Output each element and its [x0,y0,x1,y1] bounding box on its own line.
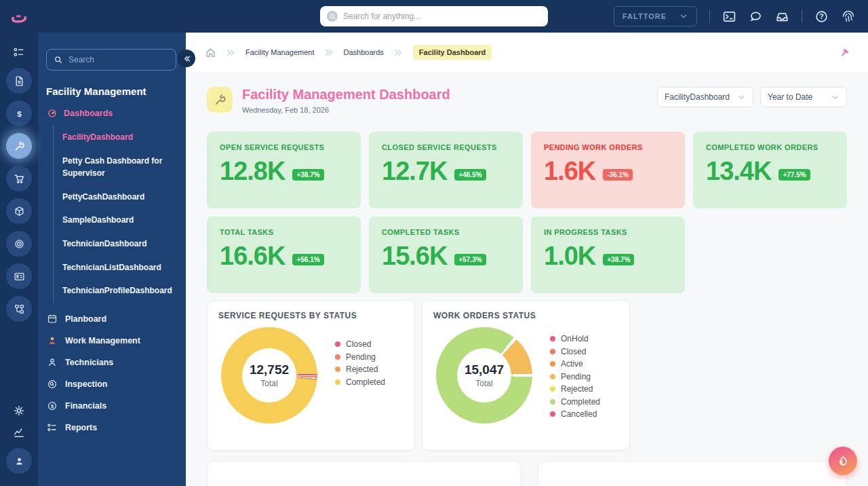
module-title: Facility Management [46,86,186,97]
kpi-delta-badge: -36.1% [603,169,633,181]
legend-item[interactable]: Rejected [335,363,385,376]
chevron-down-icon [831,93,840,102]
sidebar-item-dashboards[interactable]: Dashboards [47,108,186,119]
kpi-value: 16.6K [220,242,285,271]
legend-item[interactable]: Closed [335,338,385,351]
sidebar-item-reports[interactable]: Reports [47,417,186,438]
idcard-module-icon[interactable] [6,263,32,289]
sidebar-collapse-button[interactable] [178,50,195,67]
tasks-list-icon[interactable] [13,46,25,58]
donut-chart[interactable]: 12,752 Total [221,327,317,424]
sidebar-item-technicianprofile-dashboard[interactable]: TechnicianProfileDashboard [62,279,186,303]
bottom-card [207,461,521,486]
breadcrumb-current[interactable]: Facility Dashboard [413,45,492,60]
legend-item[interactable]: Completed [550,396,600,409]
search-icon [327,11,338,22]
kpi-delta-badge: +77.5% [778,169,810,181]
legend-item[interactable]: Cancelled [550,408,600,421]
pin-hammer-icon[interactable] [839,47,850,58]
sidebar-item-financials[interactable]: Financials [47,395,186,417]
help-icon[interactable] [814,10,829,24]
chevron-down-icon [679,12,688,21]
sidebar-item-petty-cash-supervisor[interactable]: Petty Cash Dashboard for Supervisor [62,149,186,185]
legend-item[interactable]: OnHold [550,333,600,345]
global-search-input[interactable] [343,12,541,21]
dashboard-select[interactable]: FacilityDashboard [657,87,753,107]
chart-legend: Closed Pending Rejected Completed [335,338,385,424]
donut-total: 15,047 [465,362,504,377]
sidebar-item-work-management[interactable]: Work Management [47,330,186,352]
kpi-completed-tasks[interactable]: COMPLETED TASKS 15.6K+57.3% [369,217,523,293]
target-module-icon[interactable] [6,231,32,257]
analytics-trend-icon[interactable] [13,426,25,438]
app-logo[interactable]: ت [0,0,38,33]
kpi-completed-work-orders[interactable]: COMPLETED WORK ORDERS 13.4K+77.5% [693,132,847,208]
home-icon[interactable] [205,47,216,58]
flame-icon [837,455,850,468]
fingerprint-icon[interactable] [841,9,856,24]
chat-icon[interactable] [749,10,763,24]
breadcrumb-item-dashboards[interactable]: Dashboards [344,48,384,56]
kpi-pending-work-orders[interactable]: PENDING WORK ORDERS 1.6K-36.1% [531,132,685,208]
legend-item[interactable]: Closed [550,345,600,358]
legend-dot [550,411,555,417]
sidebar-item-technician-dashboard[interactable]: TechnicianDashboard [62,232,186,256]
worker-icon [47,335,58,346]
procurement-module-icon[interactable] [6,166,32,191]
chart-title: SERVICE REQUESTS BY STATUS [218,311,403,320]
donut-chart[interactable]: 15,047 Total [436,327,532,424]
sidebar: Facility Management Dashboards FacilityD… [38,33,186,486]
breadcrumb-item-facility-management[interactable]: Facility Management [245,48,315,56]
sidebar-item-planboard[interactable]: Planboard [47,308,186,330]
sidebar-item-technicianlist-dashboard[interactable]: TechnicianListDashboard [62,256,186,280]
sidebar-item-facility-dashboard[interactable]: FacilityDashboard [62,126,186,149]
inspection-magnifier-icon [47,379,58,390]
facility-module-icon[interactable] [6,133,32,159]
org-selector[interactable]: FALTTORE [614,6,697,26]
floating-action-button[interactable] [829,447,857,475]
legend-dot [550,374,555,379]
sidebar-search[interactable] [46,49,176,71]
global-search[interactable] [320,6,548,26]
chevron-right-icon [393,48,403,58]
kpi-total-tasks[interactable]: TOTAL TASKS 16.6K+56.1% [207,217,361,293]
sidebar-item-inspection[interactable]: Inspection [47,373,186,395]
topbar: ت FALTTORE [0,0,868,33]
legend-dot [550,336,555,341]
sidebar-item-pettycash-dashboard[interactable]: PettyCashDashboard [62,185,186,209]
sidebar-item-sample-dashboard[interactable]: SampleDashboard [62,208,186,232]
documents-module-icon[interactable] [6,68,32,94]
sidebar-item-technicians[interactable]: Technicians [47,352,186,373]
person-icon [47,357,58,368]
wrench-icon [207,87,233,113]
kpi-delta-badge: +46.5% [454,169,486,181]
finance-module-icon[interactable] [6,100,32,126]
sidebar-search-input[interactable] [68,55,157,64]
terminal-icon[interactable] [722,10,736,24]
dashboards-label: Dashboards [64,109,113,118]
dashboard-content: Facility Management Dashboard Wednesday,… [186,72,868,486]
kpi-in-progress-tasks[interactable]: IN PROGRESS TASKS 1.0K+38.7% [531,217,685,293]
chart-title: WORK ORDERS STATUS [433,311,618,320]
breadcrumb: Facility Management Dashboards Facility … [186,33,868,72]
kpi-open-service-requests[interactable]: OPEN SERVICE REQUESTS 12.8K+38.7% [207,132,361,208]
legend-item[interactable]: Pending [335,351,385,364]
date-range-select[interactable]: Year to Date [760,87,847,107]
org-selector-label: FALTTORE [623,12,667,20]
chevron-right-icon [226,48,236,58]
chart-legend: OnHold Closed Active Pending Rejected Co… [550,333,600,424]
inbox-icon[interactable] [775,10,789,24]
donut-center: 12,752 Total [242,348,296,403]
legend-item[interactable]: Completed [335,376,385,389]
kpi-row-2: TOTAL TASKS 16.6K+56.1% COMPLETED TASKS … [207,217,847,293]
profile-avatar-icon[interactable] [6,448,32,474]
page-title: Facility Management Dashboard [242,87,450,102]
inventory-module-icon[interactable] [6,198,32,224]
legend-item[interactable]: Pending [550,371,600,384]
settings-gear-icon[interactable] [13,405,25,417]
workflow-module-icon[interactable] [6,296,32,322]
legend-item[interactable]: Active [550,358,600,371]
kpi-delta-badge: +38.7% [292,169,323,181]
kpi-closed-service-requests[interactable]: CLOSED SERVICE REQUESTS 12.7K+46.5% [369,132,523,208]
legend-item[interactable]: Rejected [550,383,600,396]
